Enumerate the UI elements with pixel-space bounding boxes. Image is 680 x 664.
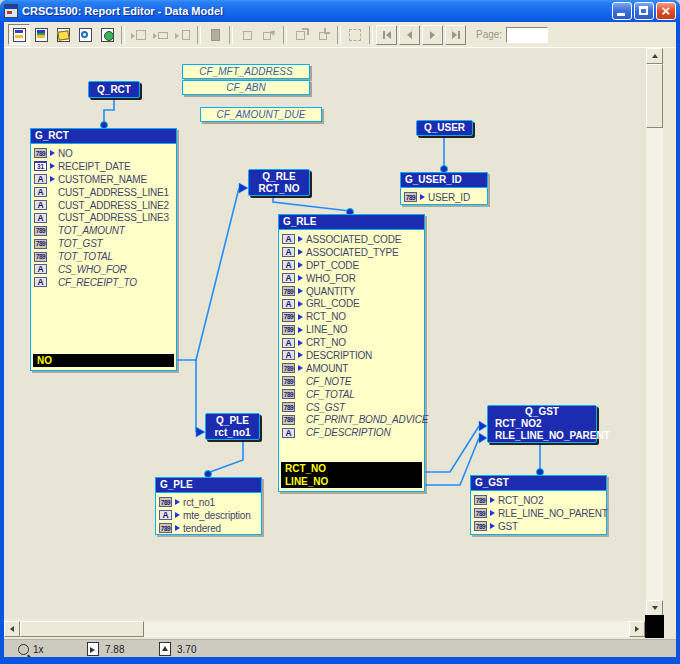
column-quantity[interactable]: 789QUANTITY — [279, 285, 424, 298]
vertical-scrollbar[interactable] — [646, 48, 663, 616]
column-gst[interactable]: 789GST — [471, 520, 606, 533]
source-arrow-icon — [295, 288, 306, 294]
frame-tool-2-button[interactable] — [150, 24, 172, 45]
column-cs_gst[interactable]: 789CS_GST — [279, 401, 424, 414]
column-description[interactable]: ADESCRIPTION — [279, 349, 424, 362]
column-cf_total[interactable]: 789CF_TOTAL — [279, 388, 424, 401]
query-box-q_gst[interactable]: Q_GSTRCT_NO2RLE_LINE_NO_PARENT — [487, 405, 597, 443]
report-editor-window: CRSC1500: Report Editor - Data Model Pag… — [0, 0, 680, 664]
next-page-button[interactable] — [422, 25, 443, 45]
horizontal-scroll-thumb[interactable] — [20, 621, 144, 637]
column-cust_address_line2[interactable]: ACUST_ADDRESS_LINE2 — [31, 199, 176, 212]
group-box-g_gst[interactable]: G_GST789RCT_NO2789RLE_LINE_NO_PARENT789G… — [470, 475, 607, 535]
column-receipt_date[interactable]: 31RECEIPT_DATE — [31, 160, 176, 173]
column-cs_who_for[interactable]: ACS_WHO_FOR — [31, 263, 176, 276]
formula-column-cf-amount-due[interactable]: CF_AMOUNT_DUE — [200, 107, 322, 122]
scroll-down-button[interactable] — [646, 600, 663, 616]
source-arrow-icon — [47, 163, 58, 169]
column-cf_receipt_to[interactable]: ACF_RECEIPT_TO — [31, 276, 176, 289]
query-box-q_rct[interactable]: Q_RCT — [88, 81, 140, 98]
column-cust_address_line3[interactable]: ACUST_ADDRESS_LINE3 — [31, 211, 176, 224]
frame-tool-3-button[interactable] — [172, 24, 194, 45]
break-column-rct_no[interactable]: RCT_NO — [281, 462, 422, 475]
column-label: USER_ID — [428, 192, 470, 203]
select-parent-button[interactable] — [236, 24, 258, 45]
column-crt_no[interactable]: ACRT_NO — [279, 336, 424, 349]
column-dpt_code[interactable]: ADPT_CODE — [279, 259, 424, 272]
formula-column-cf-abn[interactable]: CF_ABN — [182, 80, 310, 95]
column-tendered[interactable]: 789tendered — [156, 522, 261, 535]
num-column-icon: 789 — [282, 363, 295, 373]
column-rct_no1[interactable]: 789rct_no1 — [156, 496, 261, 509]
web-source-view-button[interactable] — [96, 24, 118, 45]
column-cf_note[interactable]: 789CF_NOTE — [279, 375, 424, 388]
formula-column-cf-mft-address[interactable]: CF_MFT_ADDRESS — [182, 64, 310, 79]
x-position-icon — [87, 642, 99, 656]
char-column-icon: A — [282, 299, 295, 309]
data-model-view-button[interactable] — [8, 24, 30, 45]
titlebar[interactable]: CRSC1500: Report Editor - Data Model — [0, 0, 680, 22]
frame-tool-1-button[interactable] — [128, 24, 150, 45]
maximize-button[interactable] — [634, 2, 654, 20]
close-button[interactable] — [656, 2, 676, 20]
column-tot_amount[interactable]: 789TOT_AMOUNT — [31, 224, 176, 237]
source-arrow-icon — [172, 525, 183, 531]
group-box-g_ple[interactable]: G_PLE789rct_no1Amte_description789tender… — [155, 477, 262, 535]
column-who_for[interactable]: AWHO_FOR — [279, 272, 424, 285]
scroll-up-button[interactable] — [646, 48, 663, 64]
column-associated_type[interactable]: AASSOCIATED_TYPE — [279, 246, 424, 259]
column-line_no[interactable]: 789LINE_NO — [279, 323, 424, 336]
toolbar-separator — [197, 26, 201, 44]
parameter-form-view-button[interactable] — [74, 24, 96, 45]
column-no[interactable]: 789NO — [31, 147, 176, 160]
source-arrow-icon — [487, 497, 498, 503]
format-painter-button[interactable] — [204, 24, 226, 45]
horizontal-scrollbar[interactable] — [4, 621, 645, 637]
column-user_id[interactable]: 789USER_ID — [401, 191, 487, 204]
break-column-no[interactable]: NO — [33, 354, 174, 367]
column-cust_address_line1[interactable]: ACUST_ADDRESS_LINE1 — [31, 186, 176, 199]
vertical-scroll-thumb[interactable] — [646, 64, 663, 128]
column-label: CF_NOTE — [306, 376, 351, 387]
scroll-left-button[interactable] — [4, 621, 20, 637]
query-name: Q_RLE — [249, 171, 309, 183]
scroll-right-button[interactable] — [629, 621, 645, 637]
contract-tool-button[interactable] — [312, 24, 334, 45]
query-box-q_rle[interactable]: Q_RLERCT_NO — [248, 169, 310, 196]
column-amount[interactable]: 789AMOUNT — [279, 362, 424, 375]
paper-design-icon — [55, 27, 71, 42]
statusbar: 1x 7.88 3.70 — [4, 639, 676, 658]
query-box-q_ple[interactable]: Q_PLErct_no1 — [205, 413, 260, 440]
column-tot_gst[interactable]: 789TOT_GST — [31, 237, 176, 250]
column-label: CS_WHO_FOR — [58, 264, 127, 275]
select-child-button[interactable] — [258, 24, 280, 45]
page-input[interactable] — [506, 27, 548, 43]
minimize-button[interactable] — [612, 2, 632, 20]
query-box-q_user[interactable]: Q_USER — [416, 120, 473, 136]
data-model-canvas[interactable]: CF_MFT_ADDRESS CF_ABN CF_AMOUNT_DUE Q_RC… — [4, 48, 646, 618]
first-page-button[interactable] — [376, 25, 397, 45]
column-rle_line_no_parent[interactable]: 789RLE_LINE_NO_PARENT — [471, 507, 606, 520]
column-customer_name[interactable]: ACUSTOMER_NAME — [31, 173, 176, 186]
column-grl_code[interactable]: AGRL_CODE — [279, 297, 424, 310]
previous-page-button[interactable] — [399, 25, 420, 45]
column-label: CUSTOMER_NAME — [58, 174, 147, 185]
column-label: CF_RECEIPT_TO — [58, 277, 137, 288]
column-rct_no2[interactable]: 789RCT_NO2 — [471, 494, 606, 507]
column-associated_code[interactable]: AASSOCIATED_CODE — [279, 233, 424, 246]
group-box-g_rct[interactable]: G_RCT789NO31RECEIPT_DATEACUSTOMER_NAMEAC… — [30, 128, 177, 371]
column-cf_print_bond_advice[interactable]: 789CF_PRINT_BOND_ADVICE — [279, 413, 424, 426]
group-box-g_user_id[interactable]: G_USER_ID789USER_ID — [400, 172, 488, 205]
column-cf_description[interactable]: ACF_DESCRIPTION — [279, 426, 424, 439]
column-tot_total[interactable]: 789TOT_TOTAL — [31, 250, 176, 263]
break-column-line_no[interactable]: LINE_NO — [281, 475, 422, 488]
scrollbar-corner — [645, 615, 664, 638]
group-box-g_rle[interactable]: G_RLEAASSOCIATED_CODEAASSOCIATED_TYPEADP… — [278, 214, 425, 492]
expand-tool-button[interactable] — [290, 24, 312, 45]
column-rct_no[interactable]: 789RCT_NO — [279, 310, 424, 323]
paper-design-view-button[interactable] — [52, 24, 74, 45]
last-page-button[interactable] — [445, 25, 466, 45]
paper-layout-view-button[interactable] — [30, 24, 52, 45]
selection-tool-button[interactable] — [344, 24, 366, 45]
column-mte_description[interactable]: Amte_description — [156, 509, 261, 522]
